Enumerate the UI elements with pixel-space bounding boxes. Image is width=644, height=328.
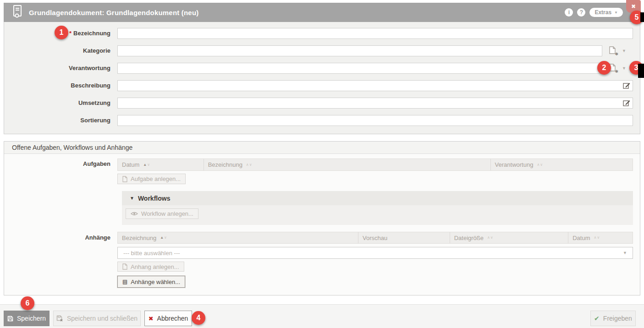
grundlagendokument-window: Grundlagendokument: Grundlagendokument (…: [0, 0, 644, 328]
sortierung-input[interactable]: [117, 115, 633, 126]
release-label: Freigeben: [603, 315, 632, 322]
column-header-verantwortung[interactable]: Verantwortung ∧∨: [491, 159, 633, 170]
check-icon: ✔: [594, 315, 600, 322]
edit-icon[interactable]: [623, 99, 631, 107]
extras-button-label: Extras: [594, 9, 611, 16]
anhaenge-table-header: Bezeichnung ▲∨ Vorschau Dateigröße ∧∨ Da…: [117, 232, 633, 244]
tasks-workflows-attachments-panel: Offene Aufgaben, Workflows und Anhänge A…: [4, 141, 640, 295]
field-label-umsetzung: Umsetzung: [4, 99, 110, 106]
sort-asc-icon: ▲: [143, 163, 147, 167]
annotation-badge-2: 2: [597, 61, 611, 75]
sort-desc-icon: ∨: [164, 236, 167, 240]
info-icon[interactable]: i: [565, 8, 573, 16]
page-title: Grundlagendokument: Grundlagendokument (…: [29, 9, 198, 16]
cancel-label: Abbrechen: [157, 315, 188, 322]
asterisk-icon: ✱: [615, 52, 618, 56]
sort-asc-icon: ∧: [537, 163, 539, 167]
beschreibung-input[interactable]: [117, 80, 633, 91]
cancel-x-icon: ✖: [149, 315, 154, 322]
footer-toolbar: Speichern Speichern und schließen ✖ Abbr…: [0, 304, 644, 328]
sort-asc-icon: ∧: [594, 236, 597, 240]
document-certificate-icon: [12, 5, 23, 20]
annotation-badge-4: 4: [192, 311, 205, 325]
save-and-close-label: Speichern und schließen: [67, 315, 138, 322]
umsetzung-input[interactable]: [117, 98, 633, 109]
anhaenge-select[interactable]: --- bitte auswählen --- ▼: [117, 247, 633, 259]
save-icon: [7, 316, 13, 322]
header-actions: i ? Extras ▼: [565, 3, 623, 22]
bezeichnung-input[interactable]: [117, 28, 633, 39]
page-icon: [122, 176, 127, 182]
aufgabe-anlegen-label: Aufgabe anlegen...: [131, 175, 181, 182]
edge-artifact: [638, 64, 644, 78]
release-button[interactable]: ✔ Freigeben: [590, 311, 636, 326]
list-icon: ▤: [122, 279, 127, 285]
workflows-collapse-header[interactable]: ▼ Workflows: [122, 191, 633, 205]
annotation-badge-6: 6: [21, 296, 34, 310]
form-panel: *Bezeichnung Kategorie ✱ ▼ Verantwortung…: [4, 22, 640, 134]
window-header: Grundlagendokument: Grundlagendokument (…: [4, 3, 640, 22]
verantwortung-input[interactable]: [117, 63, 602, 74]
workflows-panel: ▼ Workflows Workflow anlegen...: [122, 191, 633, 225]
anhang-anlegen-label: Anhang anlegen...: [131, 263, 179, 270]
asterisk-icon: ✱: [615, 69, 618, 74]
column-header-dateigroesse[interactable]: Dateigröße ∧∨: [450, 232, 569, 243]
aufgaben-label: Aufgaben: [4, 160, 110, 167]
edge-artifact: [640, 12, 644, 22]
sort-asc-icon: ∧: [487, 236, 490, 240]
sort-desc-icon: ∨: [147, 163, 150, 167]
column-header-bezeichnung[interactable]: Bezeichnung ▲∨: [118, 232, 358, 243]
column-header-datum[interactable]: Datum ▲∨: [118, 159, 204, 170]
required-marker: *: [69, 30, 72, 37]
anhaenge-waehlen-button[interactable]: ▤ Anhänge wählen...: [117, 276, 185, 288]
workflow-anlegen-button[interactable]: Workflow anlegen...: [126, 208, 198, 219]
sort-desc-icon: ∨: [249, 163, 252, 167]
annotation-badge-1: 1: [55, 26, 68, 39]
sort-desc-icon: ∨: [490, 236, 493, 240]
anhaenge-waehlen-label: Anhänge wählen...: [131, 279, 180, 285]
anhang-anlegen-button[interactable]: Anhang anlegen...: [117, 262, 184, 272]
section-title: Offene Aufgaben, Workflows und Anhänge: [4, 142, 640, 154]
save-close-icon: [56, 315, 63, 322]
sort-desc-icon: ∨: [597, 236, 600, 240]
workflows-title: Workflows: [138, 195, 171, 202]
aufgaben-table-header: Datum ▲∨ Bezeichnung ∧∨ Verantwortung ∧∨: [117, 159, 633, 171]
eye-icon: [131, 211, 138, 216]
save-label: Speichern: [17, 315, 46, 322]
field-label-kategorie: Kategorie: [4, 47, 110, 54]
new-document-icon[interactable]: ✱: [609, 46, 617, 55]
kategorie-dropdown-icon[interactable]: ▼: [622, 49, 626, 53]
close-icon: ✖: [631, 3, 636, 10]
anhaenge-label: Anhänge: [4, 234, 110, 241]
save-button[interactable]: Speichern: [4, 311, 50, 326]
column-header-bezeichnung[interactable]: Bezeichnung ∧∨: [204, 159, 491, 170]
sort-asc-icon: ∧: [246, 163, 249, 167]
edit-icon[interactable]: [623, 82, 631, 89]
cancel-button[interactable]: ✖ Abbrechen: [144, 311, 192, 326]
verantwortung-dropdown-icon[interactable]: ▼: [622, 66, 626, 71]
aufgabe-anlegen-button[interactable]: Aufgabe anlegen...: [117, 174, 186, 184]
sort-desc-icon: ∨: [540, 163, 543, 167]
field-label-beschreibung: Beschreibung: [4, 82, 110, 89]
kategorie-input[interactable]: [117, 45, 602, 56]
column-header-vorschau[interactable]: Vorschau: [358, 232, 450, 243]
chevron-down-icon: ▼: [614, 11, 618, 15]
chevron-down-icon: ▼: [623, 251, 627, 255]
select-placeholder: --- bitte auswählen ---: [123, 250, 180, 257]
collapse-caret-icon: ▼: [130, 196, 134, 201]
save-and-close-button[interactable]: Speichern und schließen: [53, 311, 141, 326]
workflow-anlegen-label: Workflow anlegen...: [141, 210, 193, 217]
page-icon: [122, 263, 127, 270]
field-label-sortierung: Sortierung: [4, 117, 110, 124]
field-label-verantwortung: Verantwortung: [4, 65, 110, 71]
extras-button[interactable]: Extras ▼: [589, 8, 623, 17]
sort-asc-icon: ▲: [160, 236, 164, 240]
help-icon[interactable]: ?: [577, 8, 585, 16]
column-header-datum[interactable]: Datum ∧∨: [568, 232, 633, 243]
